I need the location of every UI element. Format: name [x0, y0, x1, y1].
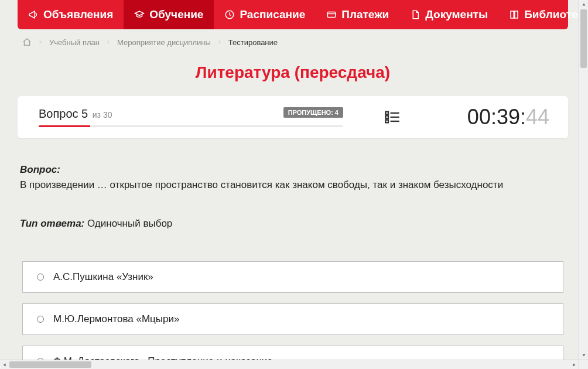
nav-label: Обучение [149, 8, 203, 21]
scroll-track[interactable] [579, 9, 588, 350]
question-body: Вопрос: В произведении … открытое простр… [18, 164, 568, 230]
nav-label: Объявления [43, 8, 113, 21]
answer-text: Ф.М. Достоевского «Преступление и наказа… [53, 356, 278, 360]
breadcrumb-study-plan[interactable]: Учебный план [49, 38, 100, 47]
answer-text: А.С.Пушкина «Узник» [53, 271, 153, 283]
nav-schedule[interactable]: Расписание [214, 0, 316, 29]
graduation-icon [134, 9, 145, 20]
progress-fill [39, 125, 90, 127]
answer-type-label: Тип ответа: [20, 218, 84, 229]
answer-option[interactable]: М.Ю.Лермонтова «Мцыри» [22, 303, 563, 335]
answer-option[interactable]: Ф.М. Достоевского «Преступление и наказа… [22, 346, 563, 360]
svg-rect-6 [385, 120, 388, 123]
scrollbar-corner [579, 360, 588, 369]
nav-learning[interactable]: Обучение [124, 0, 214, 29]
scroll-thumb[interactable] [580, 9, 587, 68]
question-word: Вопрос [39, 107, 78, 120]
nav-announcements[interactable]: Объявления [18, 0, 124, 29]
breadcrumb-testing: Тестирование [228, 38, 278, 47]
answer-option[interactable]: А.С.Пушкина «Узник» [22, 261, 563, 293]
vertical-scrollbar[interactable] [579, 0, 588, 360]
timer: 00:39:44 [467, 105, 549, 129]
question-text: В произведении … открытое пространство с… [20, 178, 566, 192]
question-total: из 30 [93, 110, 112, 119]
answer-radio[interactable] [37, 316, 44, 323]
clock-icon [224, 9, 235, 20]
card-icon [326, 9, 337, 20]
nav-documents[interactable]: Документы [399, 0, 498, 29]
question-list-icon[interactable] [384, 109, 401, 125]
scroll-right-arrow[interactable] [569, 360, 579, 369]
chevron-right-icon [105, 39, 111, 45]
svg-rect-1 [327, 12, 336, 18]
svg-marker-8 [582, 4, 585, 6]
svg-rect-4 [385, 116, 388, 119]
answer-text: М.Ю.Лермонтова «Мцыри» [53, 313, 179, 325]
question-label: Вопрос: [20, 164, 566, 176]
total-number: 30 [103, 110, 112, 119]
answer-radio[interactable] [37, 274, 44, 281]
horizontal-scrollbar[interactable] [0, 360, 579, 369]
scroll-left-arrow[interactable] [0, 360, 9, 369]
svg-marker-10 [4, 364, 6, 367]
skipped-badge[interactable]: ПРОПУЩЕНО: 4 [283, 107, 343, 118]
page-title: Литература (пересдача) [18, 63, 568, 82]
scroll-up-arrow[interactable] [579, 0, 588, 9]
scroll-track-h[interactable] [9, 360, 569, 369]
question-number-label: Вопрос 5 [39, 107, 91, 120]
breadcrumb-discipline-event[interactable]: Мероприятие дисциплины [117, 38, 211, 47]
document-icon [410, 9, 421, 20]
nav-label: Платежи [341, 8, 389, 21]
chevron-right-icon [217, 39, 223, 45]
chevron-right-icon [37, 39, 43, 45]
of-word: из [93, 110, 101, 119]
question-number: 5 [81, 107, 88, 120]
nav-label: Документы [425, 8, 488, 21]
breadcrumb: Учебный план Мероприятие дисциплины Тест… [18, 29, 568, 50]
svg-rect-2 [385, 112, 388, 115]
timer-seconds: 44 [526, 105, 549, 129]
question-bar: Вопрос 5 из 30 ПРОПУЩЕНО: 4 00:39:44 [18, 96, 568, 138]
home-icon[interactable] [22, 37, 32, 47]
nav-label: Библиотека [524, 8, 579, 21]
svg-marker-11 [573, 364, 575, 367]
nav-payments[interactable]: Платежи [316, 0, 399, 29]
answer-type-value: Одиночный выбор [87, 218, 172, 229]
nav-library[interactable]: Библиотека [498, 0, 579, 29]
nav-label: Расписание [240, 8, 305, 21]
svg-marker-9 [582, 354, 585, 356]
timer-main: 00:39: [467, 105, 526, 129]
main-nav: Объявления Обучение Расписание Платежи Д… [18, 0, 568, 29]
scroll-down-arrow[interactable] [579, 350, 588, 360]
progress-bar [39, 125, 343, 127]
megaphone-icon [28, 9, 39, 20]
book-icon [509, 9, 519, 20]
scroll-thumb-h[interactable] [9, 361, 91, 368]
answer-options: А.С.Пушкина «Узник» М.Ю.Лермонтова «Мцыр… [18, 261, 568, 360]
